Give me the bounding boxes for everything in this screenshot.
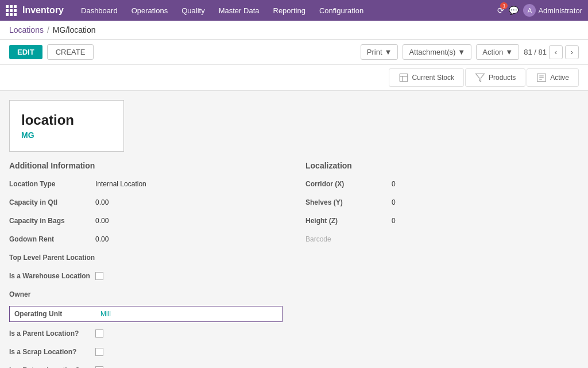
label-operating-unit: Operating Unit <box>14 310 100 318</box>
print-button[interactable]: Print ▼ <box>361 44 399 60</box>
navbar-right: ⟳ 1 💬 A Administrator <box>497 4 582 17</box>
chevron-down-icon: ▼ <box>458 48 465 56</box>
label-capacity-bags: Capacity in Bags <box>9 217 95 225</box>
pagination: 81 / 81 ‹ › <box>524 45 579 59</box>
label-is-parent: Is a Parent Location? <box>9 329 95 338</box>
chevron-down-icon: ▼ <box>385 48 392 56</box>
label-owner: Owner <box>9 290 95 298</box>
info-row: Additional Information Location Type Int… <box>9 161 579 368</box>
value-capacity-bags: 0.00 <box>95 217 109 225</box>
current-stock-button[interactable]: Current Stock <box>389 68 464 87</box>
action-button[interactable]: Action ▼ <box>476 44 519 60</box>
label-capacity-qtl: Capacity in Qtl <box>9 198 95 206</box>
additional-info-section: Additional Information Location Type Int… <box>9 161 283 368</box>
field-is-scrap: Is a Scrap Location? <box>9 345 283 359</box>
checkbox-is-parent[interactable] <box>95 329 103 338</box>
notification-badge: 1 <box>500 2 508 9</box>
field-owner: Owner <box>9 288 283 301</box>
field-top-level-parent: Top Level Parent Location <box>9 251 283 264</box>
value-capacity-qtl: 0.00 <box>95 198 109 206</box>
localization-section: Localization Corridor (X) 0 Shelves (Y) … <box>305 161 579 368</box>
pagination-text: 81 / 81 <box>524 48 547 56</box>
field-operating-unit[interactable]: Operating Unit Mill <box>9 306 283 322</box>
main-content: location MG Additional Information Locat… <box>0 91 588 368</box>
location-code: MG <box>21 131 112 140</box>
chat-icon[interactable]: 💬 <box>509 6 519 15</box>
chevron-down-icon: ▼ <box>505 48 513 56</box>
nav-master-data[interactable]: Master Data <box>213 3 265 18</box>
location-name: location <box>21 112 112 128</box>
svg-rect-0 <box>400 74 408 82</box>
label-is-warehouse: Is a Warehouse Location <box>9 272 95 280</box>
checkbox-is-scrap[interactable] <box>95 348 103 356</box>
svg-marker-3 <box>475 74 484 82</box>
value-corridor: 0 <box>392 180 396 188</box>
field-is-warehouse: Is a Warehouse Location <box>9 269 283 283</box>
action-bar-right: Print ▼ Attachment(s) ▼ Action ▼ 81 / 81… <box>361 44 579 60</box>
nav-configuration[interactable]: Configuration <box>314 3 369 18</box>
label-godown-rent: Godown Rent <box>9 235 95 243</box>
action-bar: EDIT CREATE Print ▼ Attachment(s) ▼ Acti… <box>0 40 588 65</box>
location-card: location MG <box>9 100 124 152</box>
attachments-button[interactable]: Attachment(s) ▼ <box>403 44 471 60</box>
value-operating-unit: Mill <box>100 310 111 318</box>
label-location-type: Location Type <box>9 180 95 188</box>
box-icon <box>399 72 409 83</box>
field-height: Height (Z) 0 <box>305 214 579 228</box>
field-barcode: Barcode <box>305 232 579 246</box>
user-name: Administrator <box>538 6 582 15</box>
user-avatar: A <box>523 4 536 17</box>
field-capacity-qtl: Capacity in Qtl 0.00 <box>9 195 283 209</box>
label-barcode: Barcode <box>305 235 392 243</box>
breadcrumb-separator: / <box>47 25 49 34</box>
label-corridor: Corridor (X) <box>305 180 392 188</box>
filter-icon <box>475 72 485 83</box>
list-icon <box>536 72 547 83</box>
value-godown-rent: 0.00 <box>95 235 109 243</box>
field-capacity-bags: Capacity in Bags 0.00 <box>9 214 283 228</box>
value-shelves: 0 <box>392 198 396 206</box>
prev-page-button[interactable]: ‹ <box>549 45 563 59</box>
field-shelves: Shelves (Y) 0 <box>305 195 579 209</box>
label-is-scrap: Is a Scrap Location? <box>9 348 95 356</box>
active-button[interactable]: Active <box>527 68 579 87</box>
field-corridor: Corridor (X) 0 <box>305 177 579 191</box>
value-location-type: Internal Location <box>95 180 146 188</box>
user-menu[interactable]: A Administrator <box>523 4 582 17</box>
nav-operations[interactable]: Operations <box>126 3 174 18</box>
next-page-button[interactable]: › <box>565 45 579 59</box>
main-nav: Dashboard Operations Quality Master Data… <box>75 3 497 18</box>
apps-menu[interactable] <box>6 5 17 16</box>
nav-reporting[interactable]: Reporting <box>268 3 311 18</box>
field-location-type: Location Type Internal Location <box>9 177 283 191</box>
field-is-return: Is a Return Location? <box>9 363 283 368</box>
localization-title: Localization <box>305 161 579 170</box>
checkbox-is-warehouse[interactable] <box>95 272 103 280</box>
breadcrumb-parent[interactable]: Locations <box>9 25 44 34</box>
apps-grid-icon <box>6 5 17 16</box>
additional-info-title: Additional Information <box>9 161 283 170</box>
field-godown-rent: Godown Rent 0.00 <box>9 232 283 246</box>
create-button[interactable]: CREATE <box>47 44 94 60</box>
smart-buttons-bar: Current Stock Products Active <box>0 65 588 91</box>
navbar: Inventory Dashboard Operations Quality M… <box>0 0 588 21</box>
refresh-icon[interactable]: ⟳ 1 <box>497 6 504 15</box>
products-button[interactable]: Products <box>465 68 525 87</box>
edit-button[interactable]: EDIT <box>9 45 42 59</box>
field-is-parent: Is a Parent Location? <box>9 327 283 340</box>
breadcrumb-current: MG/location <box>53 25 96 34</box>
nav-dashboard[interactable]: Dashboard <box>75 3 123 18</box>
value-height: 0 <box>392 217 396 225</box>
nav-quality[interactable]: Quality <box>176 3 210 18</box>
breadcrumb: Locations / MG/location <box>0 21 588 40</box>
app-brand: Inventory <box>22 5 64 16</box>
label-height: Height (Z) <box>305 217 392 225</box>
label-shelves: Shelves (Y) <box>305 198 392 206</box>
label-top-level-parent: Top Level Parent Location <box>9 254 95 262</box>
